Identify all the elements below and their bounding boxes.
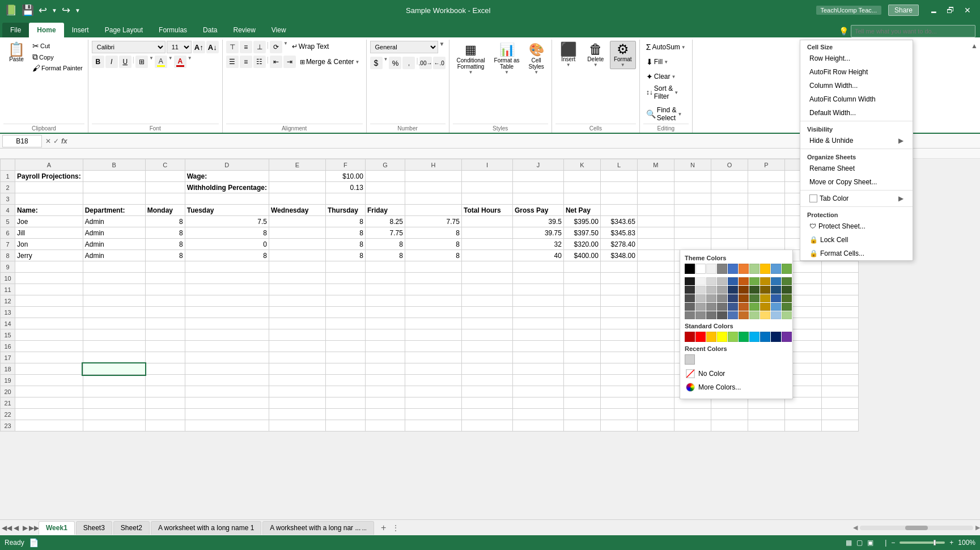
shade-2-7[interactable] [760, 294, 770, 302]
shade-0-6[interactable] [749, 277, 760, 285]
function-button[interactable]: fx [61, 137, 67, 145]
sheet-tab-longname2[interactable]: A worksheet with a long nar ... ... [262, 521, 374, 535]
shade-0-7[interactable] [760, 277, 770, 285]
cell-j6[interactable]: 39.75 [512, 227, 563, 239]
cell-a6[interactable]: Jill [15, 227, 83, 239]
shade-1-5[interactable] [739, 286, 749, 294]
number-format-select[interactable]: General [370, 41, 438, 53]
cell-f4[interactable]: Thursday [325, 205, 365, 216]
cell-m1[interactable] [637, 171, 674, 182]
cell-p1[interactable] [748, 171, 784, 182]
cell-k2[interactable] [563, 182, 600, 193]
shade-3-5[interactable] [739, 303, 749, 311]
cell-b4[interactable]: Department: [83, 205, 145, 216]
cell-styles-button[interactable]: 🎨 CellStyles ▼ [525, 41, 548, 77]
format-button[interactable]: ⚙ Format ▼ [610, 41, 636, 69]
collapse-ribbon-button[interactable]: ▲ [969, 40, 980, 52]
center-align-button[interactable]: ≡ [240, 56, 252, 68]
shade-2-4[interactable] [728, 294, 738, 302]
cell-c4[interactable]: Monday [145, 205, 185, 216]
redo-icon[interactable]: ↪ [62, 4, 70, 16]
lock-cell-item[interactable]: 🔒 Lock Cell [800, 233, 913, 247]
cell-l8[interactable]: $348.00 [600, 250, 637, 261]
left-align-button[interactable]: ☰ [226, 56, 239, 68]
shade-1-6[interactable] [749, 286, 760, 294]
normal-view-button[interactable]: ▦ [846, 539, 852, 547]
shade-2-5[interactable] [739, 294, 749, 302]
theme-color-lightblue[interactable] [771, 264, 781, 274]
cell-g4[interactable]: Friday [365, 205, 405, 216]
cell-j7[interactable]: 32 [512, 239, 563, 250]
tab-scroll-next[interactable]: ▶ [20, 523, 29, 532]
shade-3-9[interactable] [782, 303, 792, 311]
cell-b8[interactable]: Admin [83, 250, 145, 261]
paste-button[interactable]: 📋 Paste [3, 41, 29, 64]
shade-0-2[interactable] [706, 277, 716, 285]
currency-dropdown[interactable]: ▼ [384, 57, 388, 69]
cell-h5[interactable]: 7.75 [405, 216, 461, 227]
theme-color-blue[interactable] [728, 264, 738, 274]
confirm-formula-button[interactable]: ✓ [53, 137, 59, 145]
add-sheet-button[interactable]: + [377, 522, 390, 534]
theme-color-gray[interactable] [717, 264, 727, 274]
share-button[interactable]: Share [888, 5, 919, 16]
cell-g2[interactable] [365, 182, 405, 193]
clear-dropdown[interactable]: ▼ [671, 74, 676, 79]
shade-4-4[interactable] [728, 311, 738, 319]
tab-formulas[interactable]: Formulas [151, 23, 195, 37]
sheet-tab-longname1[interactable]: A worksheet with a long name 1 [151, 521, 261, 535]
merge-dropdown[interactable]: ▼ [355, 60, 360, 65]
find-select-button[interactable]: 🔍 Find &Select ▼ [643, 104, 685, 124]
cell-d6[interactable]: 8 [185, 227, 269, 239]
borders-button[interactable]: ⊞ [135, 56, 148, 68]
shade-1-8[interactable] [771, 286, 781, 294]
increase-indent-button[interactable]: ⇥ [283, 56, 296, 68]
col-header-h[interactable]: H [405, 159, 461, 171]
clear-button[interactable]: ✦ Clear ▼ [643, 70, 679, 83]
delete-dropdown[interactable]: ▼ [593, 62, 598, 67]
cell-f1[interactable]: $10.00 [325, 171, 365, 182]
cell-n1[interactable] [674, 171, 711, 182]
tab-insert[interactable]: Insert [64, 23, 97, 37]
zoom-slider[interactable] [900, 541, 945, 544]
cell-j5[interactable]: 39.5 [512, 216, 563, 227]
shade-3-8[interactable] [771, 303, 781, 311]
font-shrink-button[interactable]: A↓ [206, 41, 219, 53]
shade-0-4[interactable] [728, 277, 738, 285]
cell-h8[interactable]: 8 [405, 250, 461, 261]
cell-g5[interactable]: 8.25 [365, 216, 405, 227]
shade-1-3[interactable] [717, 286, 727, 294]
cell-i2[interactable] [461, 182, 512, 193]
copy-button[interactable]: ⧉ Copy [31, 52, 84, 62]
col-header-k[interactable]: K [563, 159, 600, 171]
cell-k6[interactable]: $397.50 [563, 227, 600, 239]
currency-button[interactable]: $ [370, 57, 383, 69]
shade-1-7[interactable] [760, 286, 770, 294]
underline-button[interactable]: U [119, 56, 131, 68]
bottom-align-button[interactable]: ⊥ [253, 41, 266, 53]
column-width-item[interactable]: Column Width... [800, 79, 913, 92]
cell-e5[interactable] [269, 216, 325, 227]
fmt-table-dropdown[interactable]: ▼ [504, 70, 509, 75]
find-dropdown[interactable]: ▼ [677, 112, 682, 117]
cell-c8[interactable]: 8 [145, 250, 185, 261]
cell-n2[interactable] [674, 182, 711, 193]
insert-button[interactable]: ⬛ Insert ▼ [555, 41, 582, 69]
format-dropdown[interactable]: ▼ [621, 62, 625, 67]
cell-b2[interactable] [83, 182, 145, 193]
page-layout-view-button[interactable]: ▢ [856, 539, 863, 547]
tab-review[interactable]: Review [225, 23, 263, 37]
col-header-d[interactable]: D [185, 159, 269, 171]
std-color-darkblue[interactable] [771, 332, 781, 342]
cell-i6[interactable] [461, 227, 512, 239]
increase-decimal-button[interactable]: .00→ [419, 57, 432, 69]
col-header-o[interactable]: O [711, 159, 748, 171]
theme-color-white[interactable] [695, 264, 706, 274]
cell-a7[interactable]: Jon [15, 239, 83, 250]
cut-button[interactable]: ✂ Cut [31, 41, 84, 51]
shade-3-1[interactable] [695, 303, 706, 311]
cell-e1[interactable] [269, 171, 325, 182]
cell-a8[interactable]: Jerry [15, 250, 83, 261]
right-align-button[interactable]: ☷ [253, 56, 266, 68]
sheet-tab-week1[interactable]: Week1 [39, 521, 75, 535]
